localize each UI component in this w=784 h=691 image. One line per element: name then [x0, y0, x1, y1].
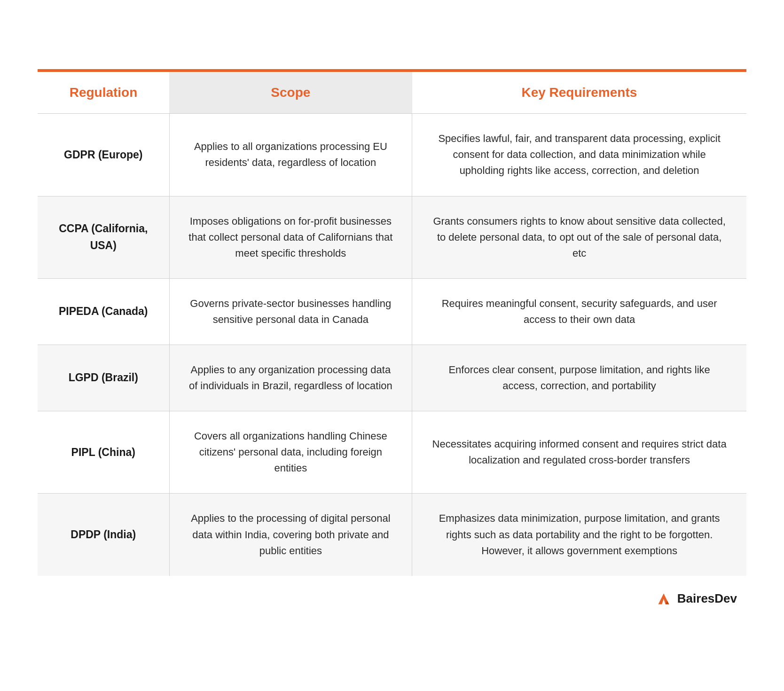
table-row: GDPR (Europe)Applies to all organization… [38, 114, 746, 196]
table-row: PIPEDA (Canada)Governs private-sector bu… [38, 278, 746, 345]
scope-cell: Covers all organizations handling Chines… [169, 411, 412, 494]
logo: BairesDev [655, 590, 737, 608]
regulations-table: Regulation Scope Key Requirements GDPR (… [38, 72, 746, 576]
header-requirements: Key Requirements [412, 72, 746, 114]
regulation-name: PIPL (China) [38, 411, 169, 494]
regulation-name: LGPD (Brazil) [38, 345, 169, 411]
requirements-cell: Specifies lawful, fair, and transparent … [412, 114, 746, 196]
footer: BairesDev [38, 576, 746, 612]
scope-cell: Applies to the processing of digital per… [169, 494, 412, 576]
regulation-name: GDPR (Europe) [38, 114, 169, 196]
header-scope: Scope [169, 72, 412, 114]
scope-cell: Applies to all organizations processing … [169, 114, 412, 196]
regulation-name: DPDP (India) [38, 494, 169, 576]
header-regulation: Regulation [38, 72, 169, 114]
scope-cell: Imposes obligations on for-profit busine… [169, 196, 412, 278]
requirements-cell: Requires meaningful consent, security sa… [412, 278, 746, 345]
logo-text: BairesDev [677, 591, 737, 606]
regulation-name: PIPEDA (Canada) [38, 278, 169, 345]
table-row: PIPL (China)Covers all organizations han… [38, 411, 746, 494]
table-row: CCPA (California, USA)Imposes obligation… [38, 196, 746, 278]
requirements-cell: Emphasizes data minimization, purpose li… [412, 494, 746, 576]
scope-cell: Applies to any organization processing d… [169, 345, 412, 411]
requirements-cell: Grants consumers rights to know about se… [412, 196, 746, 278]
regulation-name: CCPA (California, USA) [38, 196, 169, 278]
table-row: LGPD (Brazil)Applies to any organization… [38, 345, 746, 411]
bairesdev-logo-icon [655, 590, 673, 608]
requirements-cell: Enforces clear consent, purpose limitati… [412, 345, 746, 411]
table-header-row: Regulation Scope Key Requirements [38, 72, 746, 114]
main-wrapper: Regulation Scope Key Requirements GDPR (… [38, 69, 746, 576]
requirements-cell: Necessitates acquiring informed consent … [412, 411, 746, 494]
scope-cell: Governs private-sector businesses handli… [169, 278, 412, 345]
table-row: DPDP (India)Applies to the processing of… [38, 494, 746, 576]
